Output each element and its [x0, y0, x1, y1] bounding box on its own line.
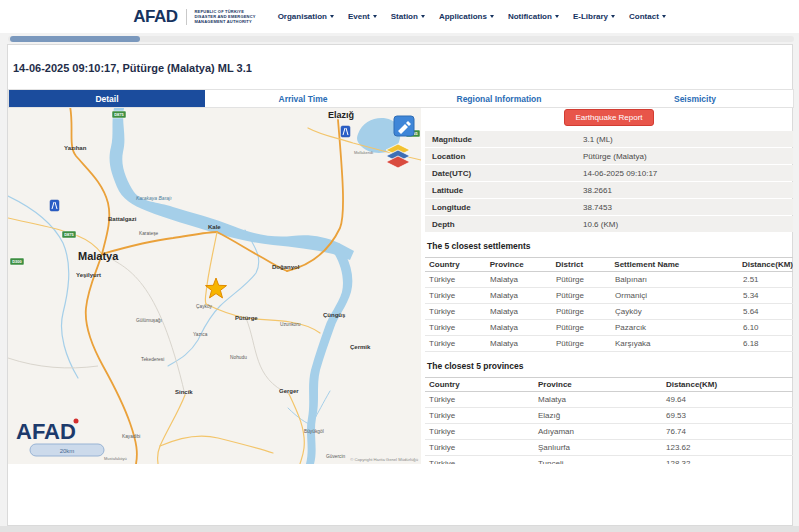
epicenter-star-icon[interactable] [206, 278, 227, 298]
settlements-header: Country Province District Settlement Nam… [425, 257, 793, 272]
road-malatya-kale [102, 232, 217, 254]
detail-row: Depth 10.6 (KM) [425, 216, 793, 232]
tab-regional-information[interactable]: Regional Information [401, 90, 597, 107]
map-label-gulumusagi: Gülümuşağı [136, 318, 162, 323]
main-nav: Organisation Event Station Applications … [278, 12, 666, 21]
table-row: TürkiyeMalatyaPütürgePazarcık6.10 [425, 320, 793, 336]
map-label-guvercin: Güvercin [326, 454, 346, 459]
nav-item-elibrary[interactable]: E-Library [573, 12, 615, 21]
karakaya-reservoir-water [110, 108, 354, 260]
svg-text:D875: D875 [64, 232, 74, 237]
road-caykoy-puturge [206, 304, 320, 333]
nav-item-contact[interactable]: Contact [629, 12, 666, 21]
map-label-doganyol: Doğanyol [272, 264, 300, 270]
road-shield-d875-west: D875 [62, 231, 76, 238]
map-label-elazig: Elazığ [328, 110, 354, 120]
nav-item-station[interactable]: Station [391, 12, 425, 21]
road-shield-d875-north: D875 [112, 111, 126, 118]
nav-item-organisation[interactable]: Organisation [278, 12, 334, 21]
map[interactable]: D875 D875 D300 D885 [8, 108, 421, 464]
table-row: TürkiyeMalatyaPütürgeÇayköy5.64 [425, 304, 793, 320]
table-row: TürkiyeMalatyaPütürgeOrmaniçi5.34 [425, 288, 793, 304]
chevron-down-icon [555, 15, 559, 18]
map-label-sincik: Sincik [175, 389, 193, 395]
map-label-kale: Kale [208, 224, 221, 230]
table-row: TürkiyeMalatya49.64 [425, 392, 793, 408]
map-edit-control[interactable] [394, 116, 414, 136]
map-label-nohudu: Nohudu [230, 355, 247, 360]
map-label-mollakendi: Mollakendi [354, 150, 373, 155]
road-malatya-south [86, 254, 137, 464]
settlements-title: The 5 closest settlements [427, 241, 793, 251]
detail-panel: Earthquake Report Magnitude 3.1 (ML) Loc… [425, 108, 793, 464]
map-label-karakaya: Karakaya Barajı [136, 195, 172, 201]
table-row: TürkiyeMalatyaPütürgeBalpınarı2.51 [425, 272, 793, 288]
tab-seismicity[interactable]: Seismicity [597, 90, 793, 107]
earthquake-report-button[interactable]: Earthquake Report [564, 109, 653, 126]
map-label-buyukgol: Büyükgöl [304, 429, 324, 434]
detail-row: Location Pütürge (Malatya) [425, 148, 793, 164]
svg-text:D300: D300 [12, 259, 22, 264]
detail-row: Magnitude 3.1 (ML) [425, 131, 793, 147]
map-label-cermik: Çermik [350, 344, 371, 350]
chevron-down-icon [421, 15, 425, 18]
table-row: TürkiyeTunceli128.32 [425, 456, 793, 464]
chevron-down-icon [373, 15, 377, 18]
map-label-battalgazi: Battalgazi [108, 216, 137, 222]
map-scale-bar: 20km [30, 444, 104, 456]
map-label-yazihan: Yazıhan [64, 145, 87, 151]
map-afad-watermark: AFAD [16, 419, 79, 445]
nav-item-notification[interactable]: Notification [508, 12, 559, 21]
detail-row: Date(UTC) 14-06-2025 09:10:17 [425, 165, 793, 181]
secondary-road [8, 218, 102, 254]
svg-text:D875: D875 [114, 112, 124, 117]
nav-item-applications[interactable]: Applications [439, 12, 494, 21]
detail-table: Magnitude 3.1 (ML) Location Pütürge (Mal… [425, 131, 793, 232]
table-row: TürkiyeMalatyaPütürgeKarşıyaka6.18 [425, 336, 793, 352]
provinces-table: Country Province Distance(KM) TürkiyeMal… [425, 377, 793, 464]
page: AFAD REPUBLIC OF TÜRKİYE DISASTER AND EM… [0, 0, 799, 532]
road-gerger-south [289, 394, 304, 464]
top-navbar: AFAD REPUBLIC OF TÜRKİYE DISASTER AND EM… [0, 0, 799, 33]
map-label-karatese: Karateşe [139, 231, 159, 236]
provinces-title: The closest 5 provinces [427, 361, 793, 371]
map-label-kayadibi: Kayadibi [122, 434, 140, 439]
chevron-down-icon [662, 15, 666, 18]
bottom-strip [0, 526, 799, 532]
road-sincik-south [158, 395, 186, 464]
river-west [8, 196, 78, 378]
provinces-header: Country Province Distance(KM) [425, 377, 793, 392]
map-label-caykoy: Çayköy [196, 304, 213, 309]
map-label-yazica: Yazıca [193, 332, 208, 337]
afad-logo-text: AFAD [133, 7, 177, 27]
afad-logo[interactable]: AFAD REPUBLIC OF TÜRKİYE DISASTER AND EM… [133, 7, 255, 27]
chevron-down-icon [490, 15, 494, 18]
tab-detail[interactable]: Detail [9, 90, 205, 107]
motorway-marker-icon [341, 126, 350, 137]
logo-separator [186, 9, 187, 25]
minor-road [102, 254, 185, 395]
chevron-down-icon [330, 15, 334, 18]
map-copyright: © Copyright Harita Genel Müdürlüğü [350, 457, 418, 462]
horizontal-scrollbar[interactable] [8, 36, 794, 42]
detail-row: Longitude 38.7453 [425, 199, 793, 215]
motorway-marker-icon [50, 200, 59, 211]
map-label-uzunkoru: Uzunkoru [280, 322, 301, 327]
tab-arrival-time[interactable]: Arrival Time [205, 90, 401, 107]
scrollbar-thumb[interactable] [10, 36, 140, 42]
settlements-table: Country Province District Settlement Nam… [425, 257, 793, 352]
map-label-malatya: Malatya [78, 250, 119, 262]
logo-tagline: REPUBLIC OF TÜRKİYE DISASTER AND EMERGEN… [194, 9, 255, 25]
map-label-tekederesi: Tekederesi [141, 357, 164, 362]
earthquake-title: 14-06-2025 09:10:17, Pütürge (Malatya) M… [13, 62, 252, 74]
road-shield-d300: D300 [10, 258, 24, 265]
detail-row: Latitude 38.2661 [425, 182, 793, 198]
nav-item-event[interactable]: Event [348, 12, 377, 21]
map-label-puturge: Pütürge [235, 315, 258, 321]
map-label-gerger: Gerger [279, 388, 299, 394]
map-label-cungus: Çüngüş [323, 312, 346, 318]
watermark-red-dot-icon [74, 419, 79, 424]
minor-road [8, 358, 98, 368]
minor-road [246, 318, 289, 394]
svg-text:AFAD: AFAD [16, 419, 76, 444]
